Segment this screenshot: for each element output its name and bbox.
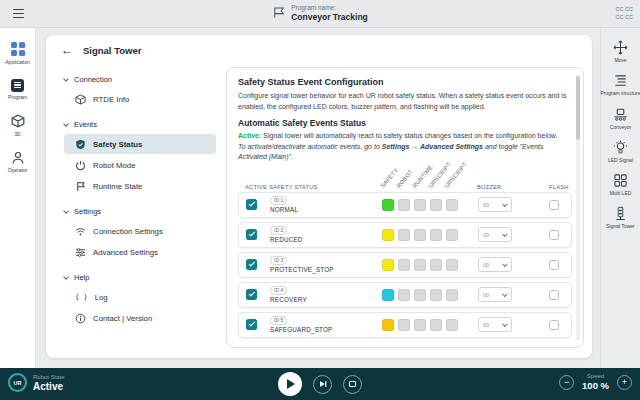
buzzer-select[interactable]: 00 [478,257,512,272]
buzzer-select[interactable]: 00 [478,317,512,332]
tool-item-signal-tower[interactable]: Signal Tower [601,206,640,229]
chevron-down-icon [63,121,69,127]
back-button[interactable]: ← [61,43,73,57]
runtime-led[interactable] [414,199,426,211]
active-checkbox[interactable] [246,319,257,330]
id-badge: ID 1 [270,196,287,206]
nav-item-rtde-info[interactable]: RTDE Info [64,89,216,109]
urscript-led-1[interactable] [430,259,442,271]
nav-item-runtime-state[interactable]: Runtime State [64,176,216,196]
scrollbar-thumb[interactable] [576,76,580,140]
footer-bar: UR Robot State Active − Speed 100 % + [0,368,640,400]
tool-item-label: Move [614,57,626,63]
sidebar-item-program[interactable]: Program [1,75,35,105]
nav-item-robot-mode[interactable]: Robot Mode [64,155,216,175]
urscript-led-1[interactable] [430,289,442,301]
urscript-led-2[interactable] [446,229,458,241]
safety-led[interactable] [382,289,394,301]
chevron-down-icon [503,201,508,206]
rtde-box-icon [75,94,86,105]
robot-led[interactable] [398,229,410,241]
speed-decrease-button[interactable]: − [559,375,574,390]
active-checkbox[interactable] [246,199,257,210]
nav-item-connection-settings[interactable]: Connection Settings [64,221,216,241]
nav-section-settings[interactable]: Settings [64,203,216,220]
flash-checkbox[interactable] [549,320,559,330]
active-checkbox[interactable] [246,229,257,240]
safety-led[interactable] [382,319,394,331]
nav-section-help[interactable]: Help [64,269,216,286]
active-checkbox[interactable] [246,259,257,270]
nav-item-advanced-settings[interactable]: Advanced Settings [64,242,216,262]
urscript-led-2[interactable] [446,259,458,271]
stop-button[interactable] [343,375,362,394]
urscript-led-1[interactable] [430,319,442,331]
tool-item-program-structure[interactable]: Program structure [601,73,640,96]
step-button[interactable] [313,375,332,394]
sidebar-item-label: 3D [14,131,20,137]
tool-item-led-signal[interactable]: LED Signal [601,140,640,163]
active-checkbox[interactable] [246,289,257,300]
urscript-led-1[interactable] [430,199,442,211]
content-description: Configure signal tower behavior for each… [238,91,568,112]
speed-controls: − Speed 100 % + [559,373,632,391]
robot-led[interactable] [398,289,410,301]
tool-item-conveyor[interactable]: Conveyor [601,107,640,130]
program-tile-icon [11,79,24,92]
safety-led[interactable] [382,199,394,211]
flash-checkbox[interactable] [549,260,559,270]
play-button[interactable] [278,372,302,396]
id-badge: ID 2 [270,226,287,236]
program-name-block[interactable]: Program name: Conveyor Tracking [272,3,368,22]
col-buzzer: BUZZER [477,184,501,190]
sidebar-item-application[interactable]: Application [1,38,35,69]
safety-led[interactable] [382,229,394,241]
shield-icon [75,139,86,150]
conveyor-icon [613,107,628,122]
nav-item-log[interactable]: { } Log [64,287,216,307]
runtime-led[interactable] [414,229,426,241]
robot-led[interactable] [398,259,410,271]
signal-tower-card: ← Signal Tower Connection RTDE Info [46,35,592,358]
application-grid-icon [11,42,25,56]
sidebar-item-operator[interactable]: Operator [1,147,35,178]
tool-item-label: Multi LED [610,190,632,196]
robot-led[interactable] [398,199,410,211]
table-row: ID 4 RECOVERY 00 [238,282,572,308]
tool-item-move[interactable]: Move [601,40,640,63]
buzzer-value: 00 [483,292,489,298]
robot-led[interactable] [398,319,410,331]
safety-led[interactable] [382,259,394,271]
flash-checkbox[interactable] [549,290,559,300]
runtime-led[interactable] [414,259,426,271]
nav-section-connection[interactable]: Connection [64,71,216,88]
nav-section-events[interactable]: Events [64,116,216,133]
buzzer-select[interactable]: 00 [478,197,512,212]
tool-item-multi-led[interactable]: Multi LED [601,173,640,196]
flash-checkbox[interactable] [549,230,559,240]
runtime-led[interactable] [414,319,426,331]
speed-increase-button[interactable]: + [617,375,632,390]
sidebar-item-3d[interactable]: 3D [1,110,35,141]
id-badge: ID 4 [270,286,287,296]
flash-checkbox[interactable] [549,200,559,210]
nav-item-safety-status[interactable]: Safety Status [64,134,216,154]
multi-led-icon [613,173,628,188]
urscript-led-2[interactable] [446,289,458,301]
buzzer-select[interactable]: 00 [478,227,512,242]
nav-item-contact-version[interactable]: Contact | Version [64,308,216,328]
runtime-led[interactable] [414,289,426,301]
safety-status-cell: ID 3 PROTECTIVE_STOP [270,256,382,274]
user-info-line1: CC CC [616,6,633,14]
buzzer-select[interactable]: 00 [478,287,512,302]
app-sidebar: Application Program 3D Operator [0,28,36,368]
urscript-led-2[interactable] [446,199,458,211]
tool-item-label: Signal Tower [606,223,635,229]
buzzer-value: 00 [483,232,489,238]
urscript-led-1[interactable] [430,229,442,241]
led-cells [382,229,458,241]
sidebar-item-label: Program [8,94,27,100]
urscript-led-2[interactable] [446,319,458,331]
config-nav: Connection RTDE Info Events [46,65,224,358]
hamburger-menu-icon[interactable] [13,9,24,18]
